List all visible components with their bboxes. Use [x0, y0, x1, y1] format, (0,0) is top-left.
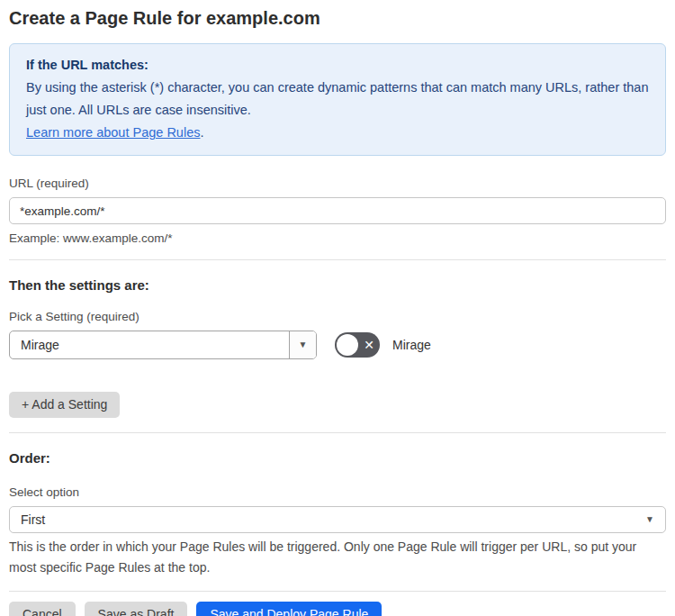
divider	[9, 432, 666, 433]
order-select[interactable]: First ▼	[9, 506, 666, 533]
toggle-label: Mirage	[392, 338, 431, 352]
url-label: URL (required)	[9, 177, 666, 190]
order-select-label: Select option	[9, 485, 666, 499]
setting-row: Mirage ▼ ✕ Mirage	[9, 331, 666, 359]
x-icon: ✕	[364, 339, 374, 351]
link-suffix: .	[200, 125, 203, 140]
url-input[interactable]	[9, 197, 666, 224]
url-example-helper: Example: www.example.com/*	[9, 231, 666, 245]
order-select-value: First	[21, 512, 45, 527]
chevron-down-icon: ▼	[299, 340, 308, 349]
page-title: Create a Page Rule for example.com	[9, 7, 666, 29]
info-box-body: By using the asterisk (*) character, you…	[26, 77, 649, 122]
settings-heading: Then the settings are:	[9, 277, 666, 294]
toggle-knob	[337, 334, 358, 356]
cancel-button[interactable]: Cancel	[9, 602, 76, 616]
info-link-line: Learn more about Page Rules.	[26, 122, 649, 144]
setting-select[interactable]: Mirage ▼	[9, 331, 317, 359]
info-box-heading: If the URL matches:	[26, 54, 649, 77]
dropdown-arrow-button[interactable]: ▼	[289, 331, 316, 358]
learn-more-link[interactable]: Learn more about Page Rules	[26, 125, 200, 140]
setting-picker-label: Pick a Setting (required)	[9, 310, 666, 323]
setting-select-value: Mirage	[10, 331, 289, 358]
page-container: Create a Page Rule for example.com If th…	[0, 7, 675, 616]
order-helper-text: This is the order in which your Page Rul…	[9, 537, 666, 578]
url-match-info-box: If the URL matches: By using the asteris…	[9, 43, 666, 156]
chevron-down-icon: ▼	[645, 515, 654, 524]
order-heading: Order:	[9, 450, 666, 467]
actions-row: Cancel Save as Draft Save and Deploy Pag…	[9, 602, 666, 616]
mirage-toggle[interactable]: ✕	[335, 332, 380, 358]
divider	[9, 591, 666, 592]
save-draft-button[interactable]: Save as Draft	[85, 602, 188, 616]
save-deploy-button[interactable]: Save and Deploy Page Rule	[196, 602, 382, 616]
add-setting-button[interactable]: + Add a Setting	[9, 392, 120, 418]
divider	[9, 259, 666, 260]
